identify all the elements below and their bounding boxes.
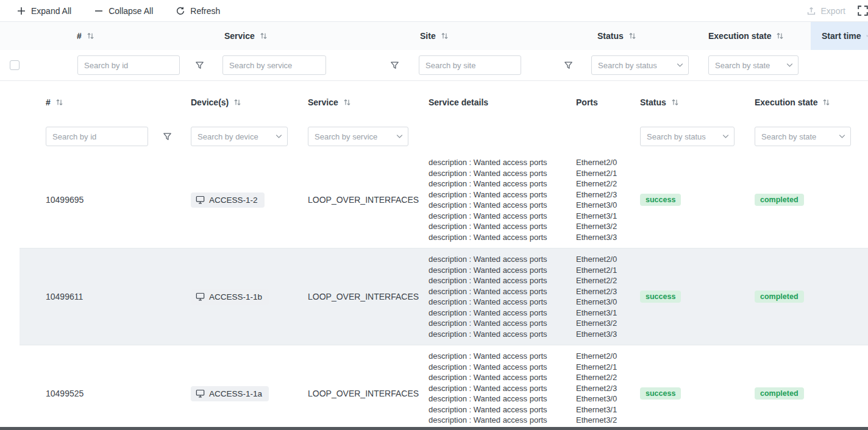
- inner-column-header-devices[interactable]: Device(s): [183, 97, 300, 107]
- column-header-label: Execution state: [755, 97, 817, 107]
- column-header-label: #: [77, 31, 82, 41]
- inner-column-header-service[interactable]: Service: [300, 97, 421, 107]
- inner-service-filter-select: [308, 127, 408, 146]
- service-details: description : Wanted access ports descri…: [421, 248, 568, 345]
- execution-state-badge: completed: [755, 194, 804, 206]
- select-all-checkbox[interactable]: [10, 60, 20, 70]
- plus-icon: [17, 7, 26, 15]
- id-filter-input[interactable]: [77, 55, 180, 75]
- services-table-app: Expand All Collapse All Refresh Export: [0, 0, 868, 430]
- filter-funnel-icon[interactable]: [163, 132, 172, 141]
- inner-id-filter-input[interactable]: [46, 127, 148, 146]
- execution-state-badge: completed: [755, 387, 804, 400]
- toolbar-left: Expand All Collapse All Refresh: [17, 6, 220, 16]
- inner-filter-cell-service: [300, 127, 421, 146]
- inner-status-filter-select: [640, 127, 735, 146]
- device-chip[interactable]: ACCESS-1-1a: [191, 386, 269, 401]
- sort-icon: [441, 32, 449, 40]
- toolbar: Expand All Collapse All Refresh Export: [0, 0, 868, 22]
- refresh-button[interactable]: Refresh: [176, 6, 220, 16]
- column-header-label: Start time: [822, 31, 861, 41]
- minus-icon: [94, 7, 103, 15]
- service-details: description : Wanted access ports descri…: [421, 345, 568, 430]
- service-filter-input[interactable]: [222, 55, 326, 75]
- device-chip[interactable]: ACCESS-1-1b: [191, 289, 269, 305]
- expand-all-button[interactable]: Expand All: [17, 6, 71, 16]
- row-devices: ACCESS-1-2: [183, 192, 300, 208]
- column-header-start-time[interactable]: Start time: [811, 22, 868, 50]
- row-devices: ACCESS-1-1b: [183, 289, 300, 305]
- row-execution-state: completed: [747, 291, 868, 303]
- horizontal-scrollbar[interactable]: [0, 427, 868, 430]
- table-row[interactable]: 10499611 ACCESS-1-1b LOOP_OVER_INTERFACE…: [20, 248, 868, 345]
- collapse-all-button[interactable]: Collapse All: [94, 6, 153, 16]
- inner-filter-cell-id: [20, 127, 183, 146]
- column-header-id[interactable]: #: [68, 31, 216, 41]
- inner-service-filter-input[interactable]: [308, 127, 408, 146]
- column-header-label: Site: [420, 31, 436, 41]
- filter-funnel-icon[interactable]: [195, 61, 204, 70]
- device-name: ACCESS-1-1b: [209, 292, 262, 301]
- column-header-label: Service: [224, 31, 255, 41]
- device-filter-input[interactable]: [191, 127, 288, 146]
- sort-icon: [671, 99, 679, 106]
- inner-column-header-id[interactable]: #: [20, 97, 183, 107]
- row-execution-state: completed: [747, 387, 868, 400]
- column-header-execution-state[interactable]: Execution state: [701, 31, 811, 41]
- table-row[interactable]: 10499525 ACCESS-1-1a LOOP_OVER_INTERFACE…: [20, 345, 868, 430]
- sort-icon: [260, 32, 268, 40]
- inner-filter-cell-device: [183, 127, 300, 146]
- fullscreen-icon[interactable]: [858, 4, 868, 18]
- sort-icon: [776, 32, 784, 40]
- row-status: success: [632, 291, 747, 303]
- status-filter-input[interactable]: [591, 55, 689, 75]
- inner-filter-cell-status: [632, 127, 747, 146]
- export-button[interactable]: Export: [807, 6, 845, 16]
- monitor-icon: [196, 292, 205, 301]
- column-header-status[interactable]: Status: [585, 31, 701, 41]
- status-filter-select: [591, 55, 689, 75]
- collapse-all-label: Collapse All: [108, 6, 153, 16]
- inner-filter-cell-state: [747, 127, 868, 146]
- ports-list: Ethernet2/0 Ethernet2/1 Ethernet2/2 Ethe…: [568, 152, 632, 248]
- refresh-icon: [176, 7, 185, 15]
- column-header-label: Service: [308, 97, 338, 107]
- expand-all-label: Expand All: [31, 6, 71, 16]
- execution-state-badge: completed: [755, 291, 804, 303]
- filter-cell-state: [701, 55, 811, 75]
- column-header-service[interactable]: Service: [216, 31, 411, 41]
- row-status: success: [632, 194, 747, 206]
- row-execution-state: completed: [747, 194, 868, 206]
- column-header-label: Status: [597, 31, 624, 41]
- service-name: LOOP_OVER_INTERFACES: [300, 195, 421, 205]
- column-header-label: Service details: [429, 97, 488, 107]
- column-header-label: Ports: [576, 97, 598, 107]
- column-header-label: Device(s): [191, 97, 229, 107]
- monitor-icon: [196, 389, 205, 398]
- ports-list: Ethernet2/0 Ethernet2/1 Ethernet2/2 Ethe…: [568, 345, 632, 430]
- column-header-site[interactable]: Site: [411, 31, 585, 41]
- filter-cell-status: [585, 55, 701, 75]
- inner-column-header-service-details: Service details: [421, 97, 568, 107]
- status-badge: success: [640, 387, 681, 400]
- filter-funnel-icon[interactable]: [564, 61, 573, 70]
- site-filter-input[interactable]: [419, 55, 521, 75]
- inner-column-header-ports: Ports: [568, 97, 632, 107]
- inner-table: # Device(s) Service Service details Port…: [20, 81, 868, 430]
- table-row[interactable]: 10499695 ACCESS-1-2 LOOP_OVER_INTERFACES…: [20, 152, 868, 248]
- inner-status-filter-input[interactable]: [640, 127, 735, 146]
- sort-icon: [628, 32, 636, 40]
- inner-column-header-status[interactable]: Status: [632, 97, 747, 107]
- inner-state-filter-input[interactable]: [755, 127, 851, 146]
- row-devices: ACCESS-1-1a: [183, 386, 300, 401]
- column-header-label: Status: [640, 97, 666, 107]
- device-chip[interactable]: ACCESS-1-2: [191, 192, 265, 208]
- filter-cell-id: [68, 55, 216, 75]
- service-details: description : Wanted access ports descri…: [421, 152, 568, 248]
- status-badge: success: [640, 194, 681, 206]
- export-label: Export: [821, 6, 845, 16]
- row-id: 10499611: [20, 292, 183, 301]
- filter-funnel-icon[interactable]: [390, 61, 399, 70]
- inner-column-header-execution-state[interactable]: Execution state: [747, 97, 868, 107]
- state-filter-input[interactable]: [708, 55, 799, 75]
